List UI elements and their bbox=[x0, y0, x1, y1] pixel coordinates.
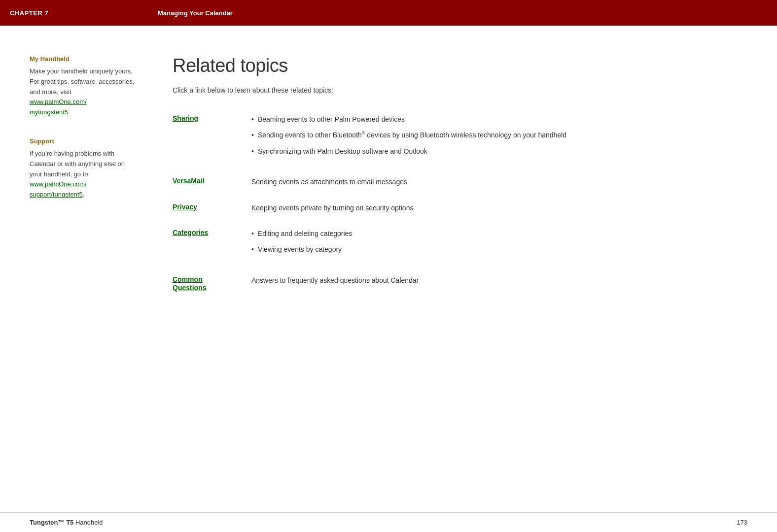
header-title: Managing Your Calendar bbox=[158, 9, 233, 17]
sidebar-text-my-handheld: Make your handheld uniquely yours. For g… bbox=[30, 66, 138, 118]
sidebar-text-before-2: If you’re having problems with Calendar … bbox=[30, 150, 125, 178]
sharing-detail-3-text: Synchronizing with Palm Desktop software… bbox=[258, 146, 427, 157]
topic-details-privacy: Keeping events private by turning on sec… bbox=[237, 202, 738, 213]
sidebar-section-my-handheld: My Handheld Make your handheld uniquely … bbox=[30, 55, 138, 118]
page-subtitle: Click a link below to learn about these … bbox=[173, 86, 738, 94]
privacy-detail-1: Keeping events private by turning on sec… bbox=[251, 202, 738, 213]
categories-detail-1-text: Editing and deleting categories bbox=[258, 228, 352, 239]
page-title: Related topics bbox=[173, 55, 738, 76]
topic-details-versamail: Sending events as attachments to email m… bbox=[237, 176, 738, 187]
topic-details-common-questions: Answers to frequently asked questions ab… bbox=[237, 275, 738, 286]
versamail-detail-1: Sending events as attachments to email m… bbox=[251, 176, 738, 187]
categories-detail-2-text: Viewing events by category bbox=[258, 244, 342, 255]
topic-link-cell-categories: Categories bbox=[173, 228, 237, 236]
sidebar-text-before-1: Make your handheld uniquely yours. For g… bbox=[30, 67, 134, 96]
topic-link-cell-common-questions: CommonQuestions bbox=[173, 275, 237, 292]
header-bar: CHAPTER 7 Managing Your Calendar bbox=[0, 0, 777, 26]
content-area: Related topics Click a link below to lea… bbox=[153, 55, 777, 512]
sidebar: My Handheld Make your handheld uniquely … bbox=[0, 55, 153, 512]
chapter-title: Managing Your Calendar bbox=[158, 9, 233, 17]
common-questions-detail-1: Answers to frequently asked questions ab… bbox=[251, 275, 738, 286]
topic-row-sharing: Sharing Beaming events to other Palm Pow… bbox=[173, 114, 738, 166]
chapter-label: CHAPTER 7 bbox=[10, 9, 48, 17]
topic-link-cell-sharing: Sharing bbox=[173, 114, 237, 122]
sharing-detail-3: Synchronizing with Palm Desktop software… bbox=[251, 146, 738, 157]
footer: Tungsten™ T5 Handheld 173 bbox=[0, 512, 777, 532]
categories-detail-2: Viewing events by category bbox=[251, 244, 738, 255]
footer-page-number: 173 bbox=[737, 519, 747, 526]
sidebar-section-title-my-handheld: My Handheld bbox=[30, 55, 138, 63]
sharing-detail-1-text: Beaming events to other Palm Powered dev… bbox=[258, 114, 405, 125]
sidebar-link-support[interactable]: www.palmOne.com/support/tungstent5 bbox=[30, 180, 87, 198]
topics-table: Sharing Beaming events to other Palm Pow… bbox=[173, 114, 738, 297]
topic-link-cell-versamail: VersaMail bbox=[173, 176, 237, 185]
topic-link-categories[interactable]: Categories bbox=[173, 229, 208, 236]
topic-row-common-questions: CommonQuestions Answers to frequently as… bbox=[173, 275, 738, 297]
sharing-detail-1: Beaming events to other Palm Powered dev… bbox=[251, 114, 738, 125]
topic-row-privacy: Privacy Keeping events private by turnin… bbox=[173, 202, 738, 218]
sidebar-section-support: Support If you’re having problems with C… bbox=[30, 137, 138, 200]
topic-link-cell-privacy: Privacy bbox=[173, 202, 237, 211]
topic-details-sharing: Beaming events to other Palm Powered dev… bbox=[237, 114, 738, 162]
footer-brand: Tungsten™ T5 Handheld bbox=[30, 519, 103, 526]
main-container: My Handheld Make your handheld uniquely … bbox=[0, 26, 777, 512]
header-chapter: CHAPTER 7 bbox=[10, 9, 158, 17]
sidebar-text-support: If you’re having problems with Calendar … bbox=[30, 149, 138, 200]
topic-row-versamail: VersaMail Sending events as attachments … bbox=[173, 176, 738, 192]
sharing-detail-2: Sending events to other Bluetooth® devic… bbox=[251, 130, 738, 140]
categories-detail-1: Editing and deleting categories bbox=[251, 228, 738, 239]
sidebar-link-my-handheld[interactable]: www.palmOne.com/mytungstent5 bbox=[30, 98, 87, 116]
sharing-detail-2-text: Sending events to other Bluetooth® devic… bbox=[258, 130, 566, 140]
topic-link-privacy[interactable]: Privacy bbox=[173, 203, 197, 211]
sidebar-period-2: . bbox=[83, 191, 85, 198]
topic-row-categories: Categories Editing and deleting categori… bbox=[173, 228, 738, 265]
topic-link-sharing[interactable]: Sharing bbox=[173, 114, 198, 122]
topic-link-versamail[interactable]: VersaMail bbox=[173, 177, 205, 185]
sidebar-period-1: . bbox=[68, 108, 70, 116]
topic-details-categories: Editing and deleting categories Viewing … bbox=[237, 228, 738, 260]
footer-brand-suffix: Handheld bbox=[75, 519, 103, 526]
topic-link-common-questions[interactable]: CommonQuestions bbox=[173, 275, 206, 292]
footer-brand-text: Tungsten™ T5 bbox=[30, 519, 73, 526]
sidebar-section-title-support: Support bbox=[30, 137, 138, 145]
